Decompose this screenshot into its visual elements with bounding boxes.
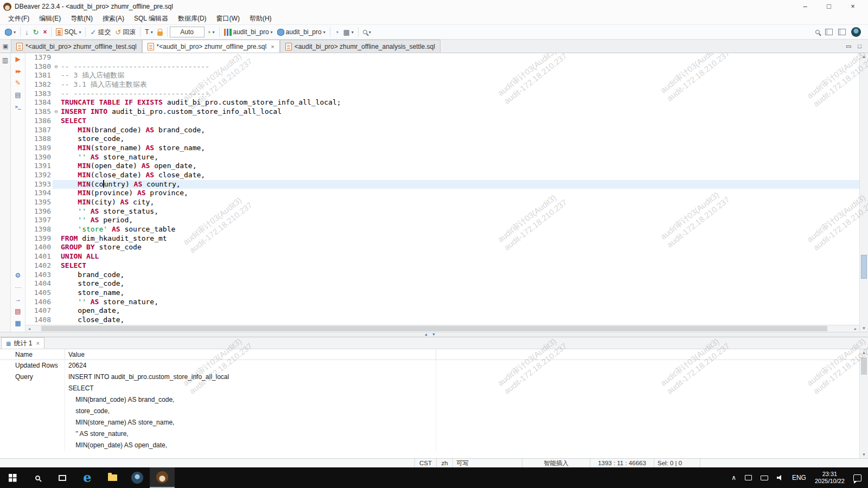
close-tab-icon[interactable]: × — [271, 43, 274, 50]
sql-menu-button[interactable]: SQL ▾ — [54, 27, 83, 37]
refresh-button[interactable]: ↻ — [31, 27, 41, 37]
commit-button[interactable]: ✓ 提交 — [88, 27, 113, 38]
restore-panel-icon[interactable]: ▣ — [0, 40, 11, 53]
quick-search-icon[interactable] — [815, 30, 820, 34]
code-line[interactable]: 1388 store_code, — [25, 134, 859, 144]
stats-row[interactable]: MIN(open_date) AS open_date, — [0, 440, 868, 451]
stats-row[interactable]: MIN(store_name) AS store_name, — [0, 417, 868, 428]
tray-keyboard-button[interactable] — [756, 467, 773, 488]
code-line[interactable]: 1391 MIN(open_date) AS open_date, — [25, 162, 859, 171]
close-tab-icon[interactable]: × — [36, 340, 39, 346]
scroll-up-icon[interactable]: ▲ — [860, 349, 868, 356]
panel-vertical-scrollbar[interactable]: ▲ ▼ — [859, 349, 868, 458]
code-line[interactable]: 1383-- -------------------------------- — [25, 89, 859, 99]
stats-row[interactable]: QueryINSERT INTO audit_bi_pro.custom_sto… — [0, 371, 868, 383]
text-transform-button[interactable]: T ▾ — [143, 27, 155, 37]
maximize-view-icon[interactable]: □ — [858, 43, 861, 49]
tray-expand-button[interactable]: ∧ — [727, 467, 741, 488]
horizontal-scroll-track[interactable] — [33, 325, 852, 332]
database-navigator-icon[interactable]: ▥ — [2, 56, 8, 65]
execute-script-icon[interactable]: ▸▸ — [16, 67, 20, 75]
code-line[interactable]: 1382-- 3.1 插入店铺主数据表 — [25, 80, 859, 89]
toggle-layout-icon[interactable] — [838, 29, 846, 35]
open-file-icon[interactable]: ▦ — [15, 319, 21, 328]
code-line[interactable]: 1381-- 3 插入店铺数据 — [25, 71, 859, 80]
stats-row[interactable]: MIN(brand_code) AS brand_code, — [0, 394, 868, 406]
sql-editor[interactable]: 13791380⊖-- ----------------------------… — [25, 53, 859, 332]
column-header-value[interactable]: Value — [65, 349, 436, 359]
script-list-icon[interactable]: ▤ — [15, 91, 21, 99]
menu-item[interactable]: SQL 编辑器 — [129, 13, 173, 24]
code-line[interactable]: 1403 brand_code, — [25, 271, 859, 280]
code-line[interactable]: 1386SELECT — [25, 117, 859, 126]
settings-gear-icon[interactable]: ⚙ — [15, 272, 21, 280]
fold-collapse-icon[interactable]: ⊖ — [53, 62, 60, 72]
code-line[interactable]: 1392 MIN(close_date) AS close_date, — [25, 171, 859, 180]
code-line[interactable]: 1390 '' AS store_nature, — [25, 153, 859, 162]
code-line[interactable]: 1402SELECT — [25, 261, 859, 271]
status-writable[interactable]: 可写 — [452, 459, 522, 467]
code-line[interactable]: 1385⊖INSERT INTO audit_bi_pro.custom_sto… — [25, 107, 859, 117]
pinned-app-button[interactable] — [125, 467, 150, 488]
code-line[interactable]: 1406 '' AS store_nature, — [25, 298, 859, 307]
scroll-down-icon[interactable]: ▼ — [860, 451, 868, 458]
menu-item[interactable]: 窗口(W) — [212, 13, 245, 24]
more-options-icon[interactable]: ···· — [15, 284, 21, 292]
save-file-icon[interactable]: ▤ — [15, 307, 21, 316]
results-view-button[interactable]: ▦ ▾ — [341, 27, 356, 37]
collapse-up-icon[interactable]: ▲ — [424, 332, 428, 337]
vertical-scroll-thumb[interactable] — [861, 255, 867, 279]
editor-tab[interactable]: *<audit_bi_pro> zhumr_offline_pre.sql× — [142, 40, 280, 53]
horizontal-scrollbar[interactable]: ◂ ▸ — [25, 325, 859, 332]
stats-row[interactable]: SELECT — [0, 383, 868, 394]
code-line[interactable]: 1401UNION ALL — [25, 252, 859, 261]
code-line[interactable]: 1395 MIN(city) AS city, — [25, 198, 859, 207]
menu-item[interactable]: 文件(F) — [3, 13, 34, 24]
menu-item[interactable]: 数据库(D) — [173, 13, 212, 24]
save-button[interactable]: ↓ — [23, 27, 31, 37]
editor-tab[interactable]: <audit_bi_pro> zhumr_offline_analysis_se… — [280, 40, 441, 53]
code-line[interactable]: 1408 close_date, — [25, 316, 859, 325]
new-sql-editor-button[interactable]: ▾ — [3, 28, 18, 37]
connection-select[interactable]: audit_bi_pro ▾ — [222, 27, 275, 37]
scroll-down-icon[interactable]: ▼ — [860, 325, 868, 332]
horizontal-scroll-thumb[interactable] — [41, 326, 827, 331]
menu-item[interactable]: 导航(N) — [66, 13, 98, 24]
minimize-button[interactable]: – — [793, 0, 817, 13]
transaction-log-button[interactable]: ◔ ▾ — [205, 27, 217, 37]
code-line[interactable]: 1379 — [25, 53, 859, 62]
export-data-icon[interactable]: → — [15, 296, 21, 304]
database-select[interactable]: audit_bi_pro ▾ — [275, 27, 328, 37]
code-line[interactable]: 1393 MIN(country) AS country, — [25, 180, 859, 189]
language-indicator[interactable]: ENG — [788, 467, 810, 488]
dbeaver-taskbar-button[interactable] — [150, 467, 175, 488]
terminal-icon[interactable]: >_ — [15, 103, 21, 111]
menu-item[interactable]: 编辑(E) — [34, 13, 66, 24]
status-selection[interactable]: Sel: 0 | 0 — [654, 459, 700, 467]
code-line[interactable]: 1394 MIN(province) AS province, — [25, 189, 859, 198]
status-locale[interactable]: zh — [436, 459, 452, 467]
timezone-button[interactable]: ◔ — [333, 27, 341, 37]
taskbar-search-button[interactable] — [25, 467, 50, 488]
code-line[interactable]: 1398 'store' AS source_table — [25, 225, 859, 234]
file-explorer-button[interactable] — [100, 467, 125, 488]
scroll-left-icon[interactable]: ◂ — [25, 326, 33, 331]
search-menu-button[interactable]: ▾ — [361, 29, 373, 36]
menu-item[interactable]: 搜索(A) — [98, 13, 129, 24]
column-header-name[interactable]: Name — [0, 349, 65, 359]
collapse-down-icon[interactable]: ▼ — [432, 332, 436, 337]
browser-button[interactable]: e — [75, 467, 100, 488]
menu-item[interactable]: 帮助(H) — [245, 13, 277, 24]
code-line[interactable]: 1405 store_name, — [25, 288, 859, 298]
lock-button[interactable] — [155, 28, 165, 37]
commit-mode-select[interactable]: Auto — [170, 27, 205, 37]
action-center-button[interactable] — [849, 467, 868, 488]
stats-row[interactable]: Updated Rows20624 — [0, 360, 868, 371]
editor-tab[interactable]: *<audit_bi_pro> zhumr_offline_test.sql — [11, 40, 142, 53]
start-button[interactable] — [0, 467, 25, 488]
editor-vertical-scrollbar[interactable]: ▲ ▼ — [859, 53, 868, 332]
scroll-right-icon[interactable]: ▸ — [852, 326, 859, 331]
code-line[interactable]: 1380⊖-- -------------------------------- — [25, 62, 859, 72]
rollback-button[interactable]: ↺ 回滚 — [113, 27, 138, 38]
panel-scroll-thumb[interactable] — [861, 357, 867, 375]
